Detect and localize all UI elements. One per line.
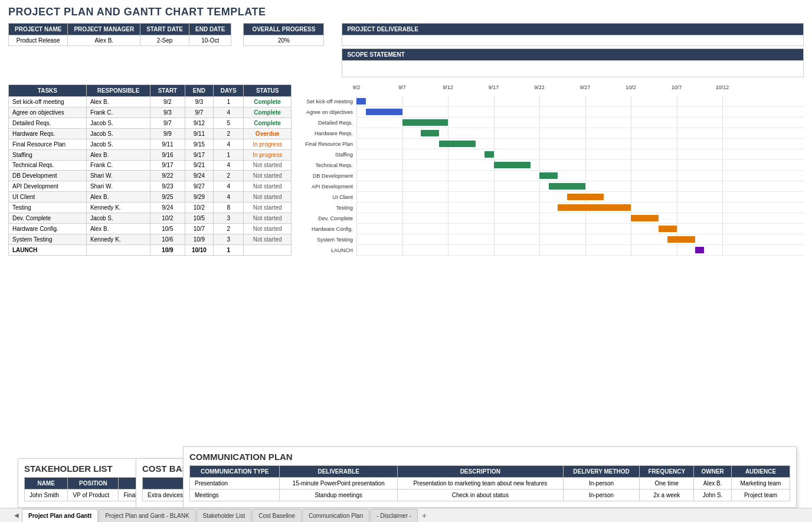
task-start: 9/17 <box>150 160 185 171</box>
main-content: PROJECT PLAN AND GANTT CHART TEMPLATE PR… <box>0 0 812 256</box>
gantt-row-timeline <box>356 192 804 203</box>
task-name: Final Resource Plan <box>9 139 87 149</box>
task-status: Not started <box>244 160 292 171</box>
table-row: Agree on objectives Frank C. 9/3 9/7 4 C… <box>9 107 292 118</box>
gantt-bar <box>494 162 531 168</box>
gantt-row: LAUNCH <box>297 245 804 256</box>
task-start: 9/2 <box>150 97 185 107</box>
table-row: Detailed Reqs. Jacob S. 9/7 9/12 5 Compl… <box>9 118 292 128</box>
task-days: 2 <box>214 171 244 181</box>
middle-section: TASKS RESPONSIBLE START END DAYS STATUS … <box>8 84 804 256</box>
task-start: 9/22 <box>150 171 185 181</box>
gantt-row: API Development <box>297 181 804 192</box>
task-status: Overdue <box>244 128 292 139</box>
tab-item[interactable]: Cost Baseline <box>252 509 302 522</box>
task-start: 9/16 <box>150 149 185 160</box>
task-status: Not started <box>244 181 292 192</box>
gantt-bar <box>439 141 476 147</box>
list-item: Presentation15-minute PowerPoint present… <box>190 478 790 490</box>
task-start: 9/24 <box>150 203 185 213</box>
gantt-row-timeline <box>356 213 804 224</box>
top-right: PROJECT DELIVERABLE SCOPE STATEMENT <box>342 23 804 77</box>
table-row: Hardware Reqs. Jacob S. 9/9 9/11 2 Overd… <box>9 128 292 139</box>
tasks-col-days: DAYS <box>214 85 244 97</box>
tab-item[interactable]: Project Plan and Gantt <box>22 509 98 522</box>
col-project-manager: PROJECT MANAGER <box>68 24 140 35</box>
gantt-row-label: Dev. Complete <box>297 216 356 221</box>
project-name-value: Product Release <box>9 35 68 46</box>
tab-item[interactable]: Stakeholder List <box>197 509 252 522</box>
gantt-row-timeline <box>356 171 804 181</box>
gantt-row-timeline <box>356 96 804 107</box>
gantt-bar <box>631 215 659 221</box>
task-responsible: Frank C. <box>86 107 150 118</box>
tab-arrow-left[interactable]: ◀ <box>12 511 21 520</box>
table-row: Hardware Config. Alex B. 10/5 10/7 2 Not… <box>9 224 292 234</box>
tab-add-button[interactable]: + <box>418 510 430 521</box>
gantt-chart: 9/29/79/129/179/229/2710/210/710/12Set k… <box>297 84 804 256</box>
task-days: 1 <box>214 244 244 255</box>
tasks-col-responsible: RESPONSIBLE <box>86 85 150 97</box>
overall-progress-header: OVERALL PROGRESS <box>244 24 324 35</box>
col-start-date: START DATE <box>140 24 189 35</box>
gantt-date-label: 9/22 <box>534 84 545 90</box>
task-name: API Development <box>9 181 87 192</box>
tab-item[interactable]: Communication Plan <box>302 509 369 522</box>
task-days: 2 <box>214 224 244 234</box>
gantt-row-label: System Testing <box>297 237 356 243</box>
table-row: API Development Shari W. 9/23 9/27 4 Not… <box>9 181 292 192</box>
tasks-col-start: START <box>150 85 185 97</box>
gantt-row-timeline <box>356 160 804 171</box>
gantt-area: 9/29/79/129/179/229/2710/210/710/12Set k… <box>292 84 804 256</box>
table-row: System Testing Kennedy K. 10/6 10/9 3 No… <box>9 234 292 244</box>
gantt-row-timeline <box>356 245 804 256</box>
task-days: 4 <box>214 107 244 118</box>
task-start: 10/6 <box>150 234 185 244</box>
task-days: 4 <box>214 160 244 171</box>
stakeholder-col-header: POSITION <box>68 478 119 490</box>
task-end: 9/29 <box>185 192 214 203</box>
task-end: 9/11 <box>185 128 214 139</box>
table-row: DB Development Shari W. 9/22 9/24 2 Not … <box>9 171 292 181</box>
task-status: Complete <box>244 97 292 107</box>
table-row: Technical Reqs. Frank C. 9/17 9/21 4 Not… <box>9 160 292 171</box>
task-start: 9/11 <box>150 139 185 149</box>
task-start: 9/9 <box>150 128 185 139</box>
task-responsible: Alex B. <box>86 97 150 107</box>
gantt-row-label: Testing <box>297 205 356 211</box>
task-status: Not started <box>244 213 292 224</box>
task-days: 3 <box>214 234 244 244</box>
gantt-date-label: 9/27 <box>580 84 591 90</box>
tab-bar: ◀ Project Plan and GanttProject Plan and… <box>0 508 812 522</box>
task-name: UI Client <box>9 192 87 203</box>
task-name: Technical Reqs. <box>9 160 87 171</box>
task-end: 9/15 <box>185 139 214 149</box>
task-responsible: Jacob S. <box>86 139 150 149</box>
task-start: 10/2 <box>150 213 185 224</box>
table-row: Final Resource Plan Jacob S. 9/11 9/15 4… <box>9 139 292 149</box>
comm-col-header: DESCRIPTION <box>397 466 563 478</box>
gantt-date-label: 10/12 <box>716 84 729 90</box>
task-days: 2 <box>214 128 244 139</box>
comm-sheet: COMMUNICATION PLAN COMMUNICATION TYPEDEL… <box>183 446 797 508</box>
tab-item[interactable]: - Disclaimer - <box>370 509 418 522</box>
comm-col-header: FREQUENCY <box>640 466 694 478</box>
comm-col-header: AUDIENCE <box>731 466 790 478</box>
gantt-row-label: UI Client <box>297 194 356 200</box>
gantt-row-label: Hardware Reqs. <box>297 130 356 136</box>
gantt-row-timeline <box>356 128 804 139</box>
gantt-date-label: 9/7 <box>398 84 406 90</box>
stakeholder-col-header: NAME <box>25 478 68 490</box>
end-date-value: 10-Oct <box>189 35 231 46</box>
task-status: Not started <box>244 224 292 234</box>
tab-item[interactable]: Project Plan and Gantt - BLANK <box>99 509 195 522</box>
task-responsible: Alex B. <box>86 224 150 234</box>
tasks-col-status: STATUS <box>244 85 292 97</box>
tasks-table: TASKS RESPONSIBLE START END DAYS STATUS … <box>8 84 292 256</box>
task-days: 8 <box>214 203 244 213</box>
task-name: Testing <box>9 203 87 213</box>
task-end: 9/3 <box>185 97 214 107</box>
comm-col-header: OWNER <box>694 466 732 478</box>
task-end: 9/17 <box>185 149 214 160</box>
project-manager-value: Alex B. <box>68 35 140 46</box>
